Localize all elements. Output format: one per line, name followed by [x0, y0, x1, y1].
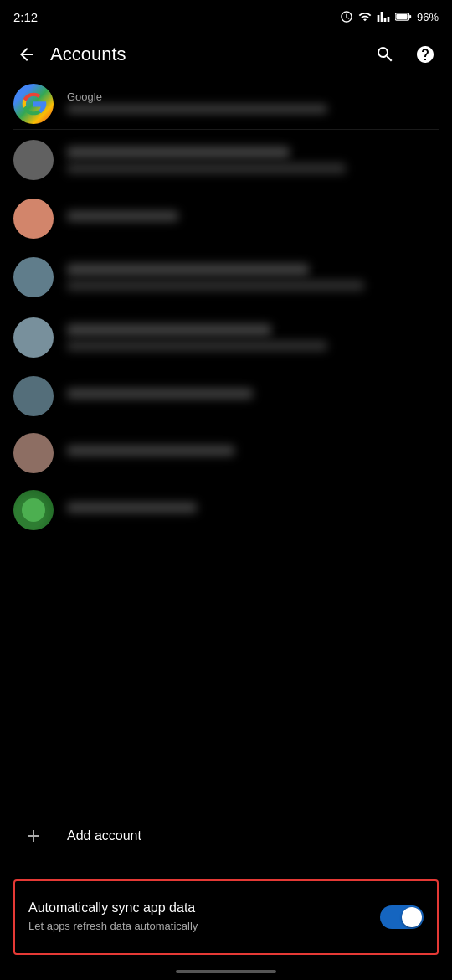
account-item-google[interactable]: Google	[0, 79, 452, 129]
account-item-8[interactable]	[0, 482, 452, 539]
account-avatar-2	[13, 140, 54, 180]
account-name-blur-7	[67, 446, 234, 456]
account-info-6	[67, 389, 439, 404]
bottom-nav-indicator	[176, 970, 276, 973]
account-name-blur-3	[67, 211, 178, 221]
account-name-blur-1	[67, 105, 327, 113]
account-name-blur-6	[67, 389, 253, 399]
account-item-7[interactable]	[0, 425, 452, 482]
account-email-blur-2	[67, 163, 346, 173]
account-item-4[interactable]	[0, 247, 452, 307]
account-info-5	[67, 324, 439, 351]
account-name-blur-4	[67, 264, 309, 276]
add-account-row[interactable]: Add account	[0, 801, 452, 871]
sync-subtitle: Let apps refresh data automatically	[28, 919, 367, 934]
page-title: Accounts	[44, 44, 368, 65]
account-avatar-5	[13, 317, 54, 358]
account-info-7	[67, 446, 439, 461]
help-icon	[415, 44, 435, 64]
account-name-blur-2	[67, 147, 290, 158]
header-actions	[368, 38, 442, 71]
account-item-6[interactable]	[0, 368, 452, 425]
status-bar: 2:12 96%	[0, 0, 452, 30]
signal-icon	[377, 10, 390, 23]
add-account-label: Add account	[54, 828, 141, 843]
account-info-google: Google	[67, 90, 439, 118]
account-avatar-3	[13, 199, 54, 239]
wifi-icon	[358, 10, 372, 23]
google-logo-icon	[20, 90, 47, 117]
account-email-blur-5	[67, 341, 327, 351]
content-area: Accounts	[0, 30, 452, 980]
account-info-4	[67, 264, 439, 291]
account-avatar-7	[13, 433, 54, 473]
status-time: 2:12	[13, 10, 38, 24]
sync-title: Automatically sync app data	[28, 900, 367, 916]
account-info-3	[67, 211, 439, 226]
battery-icon	[395, 10, 412, 23]
search-button[interactable]	[368, 38, 402, 71]
account-item-3[interactable]	[0, 190, 452, 247]
sync-section[interactable]: Automatically sync app data Let apps ref…	[13, 879, 439, 955]
sync-text: Automatically sync app data Let apps ref…	[28, 900, 367, 934]
account-name-blur-8	[67, 503, 197, 513]
account-avatar-8	[13, 490, 54, 530]
toggle-thumb	[402, 907, 422, 927]
account-item-5[interactable]	[0, 307, 452, 368]
back-button[interactable]	[10, 38, 44, 71]
back-icon	[17, 44, 37, 64]
help-button[interactable]	[408, 38, 442, 71]
accounts-list: Google	[0, 79, 452, 846]
account-info-8	[67, 503, 439, 518]
account-avatar-4	[13, 257, 54, 297]
account-name-blur-5	[67, 324, 271, 336]
add-icon	[13, 816, 54, 856]
auto-sync-toggle[interactable]	[380, 905, 424, 929]
status-icons: 96%	[340, 10, 439, 23]
google-label: Google	[67, 90, 439, 103]
svg-rect-1	[396, 14, 407, 19]
account-email-blur-4	[67, 281, 364, 291]
search-icon	[375, 44, 395, 64]
alarm-icon	[340, 10, 353, 23]
svg-rect-2	[409, 15, 411, 18]
header: Accounts	[0, 30, 452, 79]
battery-text: 96%	[417, 11, 439, 23]
account-info-2	[67, 147, 439, 173]
account-avatar-6	[13, 376, 54, 416]
account-item-2[interactable]	[0, 130, 452, 190]
account-avatar-google	[13, 84, 54, 124]
plus-icon	[23, 826, 44, 846]
